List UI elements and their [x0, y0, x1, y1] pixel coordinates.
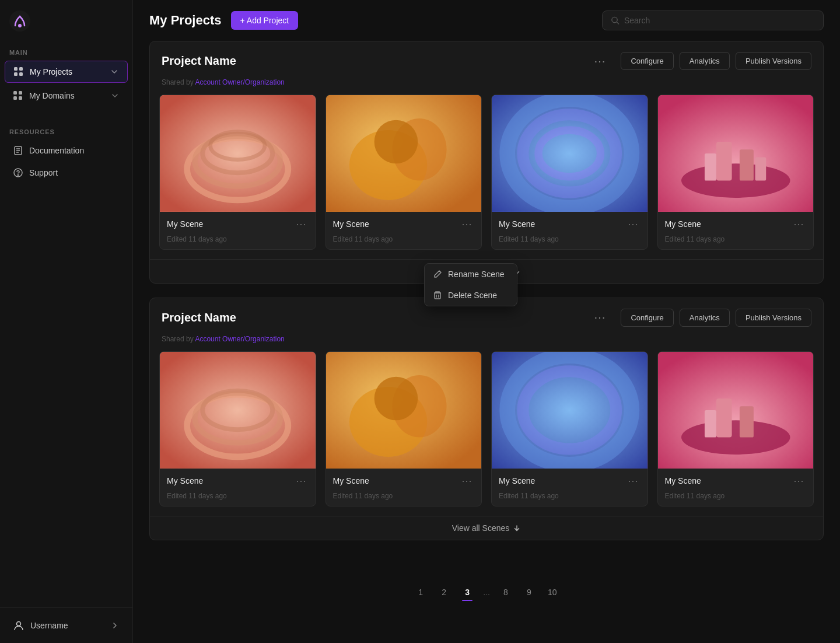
scene-8-info: My Scene ⋯: [658, 469, 814, 492]
scene-4-name: My Scene: [665, 219, 788, 229]
search-input[interactable]: [624, 16, 815, 25]
scene-card-4[interactable]: My Scene ⋯ Edited 11 days ago: [657, 95, 814, 250]
sidebar-item-documentation[interactable]: Documentation: [5, 140, 128, 161]
project-1-header: Project Name ⋯ Configure Analytics Publi…: [150, 41, 823, 78]
project-2-view-all[interactable]: View all Scenes: [150, 516, 823, 540]
scene-5-edited: Edited 11 days ago: [160, 492, 316, 506]
project-2-publish-button[interactable]: Publish Versions: [736, 309, 811, 327]
scene-6-more-button[interactable]: ⋯: [459, 474, 474, 487]
scene-1-name: My Scene: [167, 219, 290, 229]
app-logo-icon: [9, 11, 30, 32]
page-button-9[interactable]: 9: [519, 582, 539, 602]
sidebar-footer: Username: [0, 607, 132, 643]
project-1-publish-button[interactable]: Publish Versions: [736, 52, 811, 70]
view-all-scenes-label-2: View all Scenes: [452, 523, 510, 533]
scene-thumb-art-5: [160, 352, 316, 469]
scene-6-info: My Scene ⋯: [326, 469, 482, 492]
scene-7-more-button[interactable]: ⋯: [625, 474, 640, 487]
svg-rect-37: [755, 158, 766, 181]
scene-1-more-button[interactable]: ⋯: [293, 218, 309, 230]
scene-card-3[interactable]: My Scene ⋯ Edited 11 days ago: [491, 95, 648, 250]
project-1-configure-button[interactable]: Configure: [621, 52, 673, 70]
svg-point-27: [374, 120, 418, 164]
sidebar: Main My Projects My Domains Resources: [0, 0, 133, 643]
svg-rect-35: [704, 153, 716, 181]
context-menu-delete[interactable]: Delete Scene: [425, 285, 517, 306]
svg-point-33: [681, 163, 790, 198]
project-2-configure-button[interactable]: Configure: [621, 309, 673, 327]
my-domains-chevron-icon: [110, 91, 120, 100]
scene-1-edited: Edited 11 days ago: [160, 235, 316, 249]
project-2-menu-button[interactable]: ⋯: [590, 309, 609, 326]
chevron-down-icon: [110, 67, 119, 76]
project-2-analytics-button[interactable]: Analytics: [680, 309, 730, 327]
documentation-label: Documentation: [29, 146, 120, 155]
scene-2-edited: Edited 11 days ago: [326, 235, 482, 249]
logo-container: [0, 0, 132, 42]
page-button-8[interactable]: 8: [496, 582, 516, 602]
scene-thumb-art-4: [658, 95, 814, 212]
username-label: Username: [30, 621, 110, 630]
project-1-shared: Shared by Account Owner/Organization: [150, 78, 823, 95]
svg-point-1: [18, 24, 22, 27]
page-button-10[interactable]: 10: [542, 582, 562, 602]
scene-card-8[interactable]: My Scene ⋯ Edited 11 days ago: [657, 351, 814, 506]
svg-rect-3: [19, 67, 23, 71]
svg-rect-8: [13, 96, 17, 100]
support-label: Support: [29, 168, 120, 177]
scene-thumbnail-2: [326, 95, 482, 212]
scene-5-name: My Scene: [167, 476, 290, 485]
svg-rect-9: [19, 96, 22, 100]
user-avatar-icon: [13, 620, 24, 631]
scene-card[interactable]: My Scene ⋯ Edited 11 days ago: [159, 95, 316, 250]
sidebar-item-my-projects[interactable]: My Projects: [5, 61, 128, 83]
scene-card-7[interactable]: My Scene ⋯ Edited 11 days ago: [491, 351, 648, 506]
project-1-menu-button[interactable]: ⋯: [590, 53, 609, 69]
scene-card-5[interactable]: My Scene ⋯ Edited 11 days ago: [159, 351, 316, 506]
scene-8-edited: Edited 11 days ago: [658, 492, 814, 506]
svg-rect-52: [716, 399, 732, 438]
svg-rect-6: [13, 91, 17, 95]
svg-rect-4: [14, 72, 18, 76]
scene-card-6[interactable]: My Scene ⋯ Edited 11 days ago: [326, 351, 482, 506]
project-1-analytics-button[interactable]: Analytics: [680, 52, 730, 70]
scene-6-edited: Edited 11 days ago: [326, 492, 482, 506]
scene-thumbnail-1: [160, 95, 316, 212]
scene-4-edited: Edited 11 days ago: [658, 235, 814, 249]
main-content: My Projects + Add Project Project Name ⋯…: [133, 0, 840, 643]
scene-5-more-button[interactable]: ⋯: [293, 474, 309, 487]
project-2-owner-link[interactable]: Account Owner/Organization: [195, 335, 284, 343]
svg-rect-7: [19, 91, 22, 95]
project-card-1: Project Name ⋯ Configure Analytics Publi…: [149, 41, 824, 284]
context-menu-rename[interactable]: Rename Scene: [425, 264, 517, 285]
scene-thumb-art-7: [492, 352, 648, 469]
scene-2-more-button[interactable]: ⋯: [459, 218, 474, 230]
scene-card-2[interactable]: My Scene ⋯ Edited 11 days ago: [326, 95, 482, 250]
add-project-button[interactable]: + Add Project: [231, 11, 299, 30]
delete-label: Delete Scene: [448, 291, 497, 300]
sidebar-my-projects-label: My Projects: [30, 67, 110, 76]
svg-rect-54: [739, 406, 753, 437]
svg-point-51: [681, 420, 790, 455]
search-container: [602, 11, 824, 30]
page-button-2[interactable]: 2: [434, 582, 454, 602]
sidebar-item-support[interactable]: Support: [5, 162, 128, 183]
page-button-1[interactable]: 1: [411, 582, 430, 602]
scene-3-more-button[interactable]: ⋯: [625, 218, 640, 230]
scene-4-more-button[interactable]: ⋯: [791, 218, 806, 230]
project-1-owner-link[interactable]: Account Owner/Organization: [195, 78, 284, 86]
scene-thumbnail-7: [492, 352, 648, 469]
resources-section-label: Resources: [0, 121, 132, 139]
scene-8-more-button[interactable]: ⋯: [791, 474, 806, 487]
view-all-arrow-icon-2: [513, 524, 521, 532]
scene-3-info: My Scene ⋯: [492, 212, 648, 235]
svg-point-0: [9, 11, 30, 32]
trash-icon: [433, 291, 442, 300]
scene-thumbnail-6: [326, 352, 482, 469]
scene-thumb-art-8: [658, 352, 814, 469]
scene-7-edited: Edited 11 days ago: [492, 492, 648, 506]
sidebar-item-my-domains[interactable]: My Domains: [5, 85, 128, 106]
page-button-3[interactable]: 3: [457, 582, 477, 602]
user-profile[interactable]: Username: [5, 615, 128, 636]
support-icon: [13, 167, 23, 178]
